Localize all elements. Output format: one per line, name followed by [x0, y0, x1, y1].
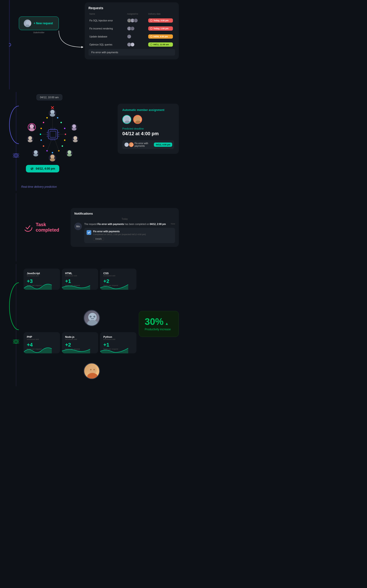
svg-point-33 — [40, 134, 41, 135]
task-completed-label: Task completed — [36, 222, 66, 233]
svg-point-36 — [64, 139, 65, 141]
task-completed-icon — [24, 222, 33, 233]
skill-card-javascript: JavaScript Increased skill +3 faster per… — [24, 268, 60, 290]
assignee-avatars — [127, 18, 148, 23]
svg-point-90 — [87, 373, 98, 379]
notifications-title: Notifications — [74, 212, 175, 215]
delivery-badge: 04/11, 11:00 am — [148, 43, 173, 47]
svg-point-70 — [29, 128, 34, 131]
svg-point-35 — [41, 139, 42, 141]
skills-top-row: JavaScript Increased skill +3 faster per… — [24, 268, 136, 290]
svg-line-46 — [55, 141, 59, 151]
new-request-label: + New request — [34, 22, 53, 25]
svg-point-52 — [72, 128, 76, 130]
left-deco-completed — [7, 193, 21, 261]
productivity-percentage: 30% — [145, 317, 164, 326]
task-completed-section: Task completed Notifications Today Mn Th… — [0, 193, 184, 261]
assignment-panel: Automatic member assignment Predicted de… — [118, 104, 179, 154]
skill-wave — [24, 346, 52, 353]
svg-point-27 — [46, 117, 48, 119]
svg-point-86 — [90, 316, 92, 318]
stakeholder-avatar — [24, 19, 31, 27]
productivity-card: 30% ▲ Productivity increase — [139, 311, 179, 337]
notification-row: Mn The request Fix error with payments h… — [74, 223, 175, 243]
svg-point-73 — [125, 121, 130, 124]
requests-panel: Requests Name Assigned to Delivery date … — [85, 2, 179, 59]
skill-wave — [100, 346, 128, 353]
task-date-badge: 04/12, 4:00 pm — [154, 143, 172, 147]
skill-card-php: PHP Increased skill +4 faster per reques… — [24, 332, 60, 353]
left-deco-delivery — [7, 92, 21, 191]
requests-header: Name Assigned to Delivery date — [88, 13, 175, 15]
productivity-label: Productivity increase — [145, 328, 173, 331]
svg-line-45 — [47, 141, 51, 151]
left-bar-deco — [9, 0, 12, 89]
delivery-badge: 04/09, 4:00 pm — [148, 35, 173, 39]
request-row[interactable]: Fix SQL Injection error Today, 3:00 pm — [88, 17, 175, 24]
skill-card-python: Python Increased skill +1 faster per req… — [100, 332, 136, 353]
realtime-label: Real-time delivery prediction — [21, 185, 57, 189]
svg-point-32 — [64, 128, 65, 129]
assignment-task-row: Fix error with payments 04/12, 4:00 pm — [122, 140, 174, 149]
notif-task-sub: Completed on 04/12, 2:00 pm (expected 04… — [93, 233, 146, 236]
new-request-card[interactable]: + New request Stakeholder — [19, 17, 59, 30]
svg-point-57 — [67, 150, 71, 154]
details-button[interactable]: Details — [93, 237, 104, 241]
arrow-connector — [57, 28, 87, 52]
svg-point-30 — [60, 122, 62, 123]
skill-card-html: HTML Increased skill +1 faster per reque… — [62, 268, 98, 290]
request-row[interactable]: Optimize SQL queries 04/11, 11:00 am — [88, 41, 175, 48]
skill-wave — [62, 346, 90, 353]
notifications-panel: Notifications Today Mn The request Fix e… — [71, 208, 179, 247]
svg-point-67 — [28, 139, 33, 142]
request-row[interactable]: Update database 04/09, 4:00 pm — [88, 33, 175, 40]
svg-rect-9 — [48, 130, 58, 139]
notif-task-card[interactable]: Fix error with payments Completed on 04/… — [84, 228, 175, 243]
svg-point-81 — [16, 341, 17, 342]
svg-point-55 — [73, 139, 78, 142]
left-deco-skills — [7, 264, 21, 386]
assignment-title: Automatic member assignment — [122, 108, 174, 112]
deadline-bubble: 04/12, 10:00 am — [36, 94, 62, 100]
svg-point-54 — [73, 136, 77, 140]
svg-point-87 — [93, 316, 95, 318]
svg-point-66 — [28, 136, 32, 140]
svg-rect-79 — [16, 264, 17, 386]
notif-check-icon — [87, 230, 91, 235]
skill-wave — [24, 283, 52, 290]
assignment-avatars — [122, 115, 174, 124]
predicted-label: Predicted deadline — [122, 127, 174, 130]
svg-point-61 — [50, 158, 55, 161]
svg-point-63 — [34, 150, 38, 154]
requests-title: Requests — [88, 6, 175, 10]
notif-time: Now — [171, 223, 175, 225]
skill-card-css: CSS Increased skill +2 faster per reques… — [100, 268, 136, 290]
svg-point-51 — [72, 124, 76, 128]
notif-content: The request Fix error with payments has … — [84, 223, 175, 243]
checkmark-icon — [30, 167, 34, 171]
fix-payments-row[interactable]: Fix error with payments — [88, 49, 175, 56]
svg-point-28 — [57, 117, 58, 119]
svg-point-92 — [93, 369, 95, 370]
assignee-avatars — [127, 26, 148, 31]
network-area — [26, 101, 80, 174]
notif-task-name: Fix error with payments — [93, 230, 146, 233]
productivity-arrow-icon: ▲ — [165, 321, 169, 326]
delivery-badge: Today, 1:00 pm — [148, 26, 173, 31]
predicted-date: 04/12 at 4:00 pm — [122, 131, 174, 136]
svg-point-78 — [24, 223, 32, 231]
delivery-section: 04/12, 10:00 am — [0, 92, 184, 191]
skill-wave — [100, 283, 128, 290]
stakeholder-label: Stakeholder — [33, 31, 44, 34]
svg-point-6 — [16, 155, 17, 156]
skills-bottom-row: PHP Increased skill +4 faster per reques… — [24, 332, 136, 353]
svg-rect-10 — [50, 131, 56, 137]
svg-point-58 — [67, 154, 72, 156]
svg-point-64 — [33, 154, 38, 156]
svg-point-91 — [90, 369, 92, 370]
request-row[interactable]: Fix incorrect rendering Today, 1:00 pm — [88, 25, 175, 32]
svg-point-31 — [41, 128, 42, 129]
svg-point-85 — [87, 320, 98, 326]
svg-point-75 — [135, 121, 141, 124]
svg-point-29 — [43, 122, 44, 123]
